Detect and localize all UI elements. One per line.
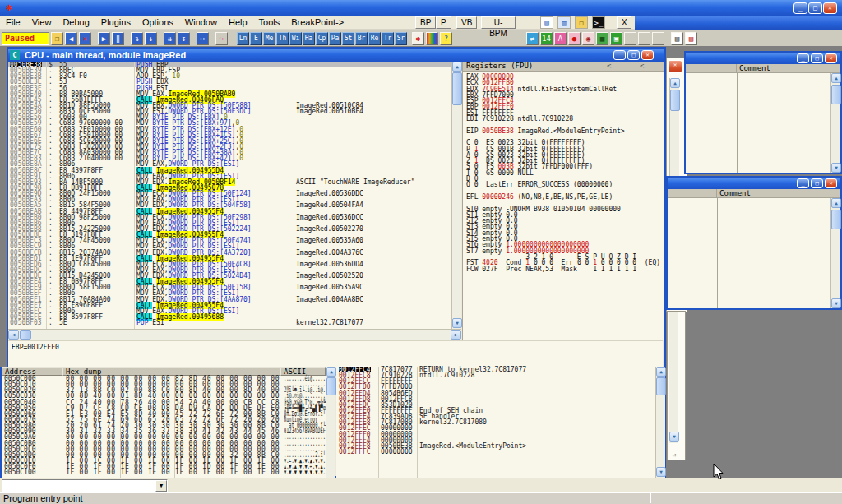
goto-address-icon[interactable]: ↪ bbox=[215, 32, 228, 45]
scroll-up-icon[interactable]: ▲ bbox=[656, 367, 666, 377]
scroll-up-icon[interactable]: ▲ bbox=[326, 367, 336, 377]
minimize-button[interactable]: _ bbox=[793, 2, 807, 14]
toolbar-button-th[interactable]: Th bbox=[276, 32, 289, 45]
log-page-icon[interactable]: ▤ bbox=[671, 32, 683, 45]
prev-view-icon[interactable]: < bbox=[607, 62, 611, 71]
menu-item-tools[interactable]: Tools bbox=[253, 17, 286, 27]
menu-close-button[interactable]: X bbox=[617, 16, 632, 29]
open-folder-icon[interactable]: ❐ bbox=[575, 16, 588, 29]
menu-item-view[interactable]: View bbox=[26, 17, 58, 27]
plugin-a-icon[interactable]: A bbox=[554, 32, 567, 45]
step-into-icon[interactable]: ↴ bbox=[131, 32, 143, 45]
stack-row[interactable]: 0012FFFC00000000 bbox=[336, 449, 655, 455]
pause-icon[interactable]: ‖ bbox=[112, 32, 124, 45]
close-program-icon[interactable]: ✕ bbox=[79, 32, 91, 45]
cpu-minimize-button[interactable]: _ bbox=[613, 50, 626, 60]
column-headers[interactable]: Comment bbox=[668, 189, 840, 198]
register-line[interactable]: O 0 LastErr ERROR_SUCCESS (00000000) bbox=[463, 182, 664, 187]
command-dropdown-icon[interactable]: ▼ bbox=[155, 480, 167, 492]
help-icon[interactable]: ? bbox=[440, 32, 452, 45]
window-icon[interactable]: ▣ bbox=[610, 32, 622, 45]
scroll-left-icon[interactable]: ◀ bbox=[8, 330, 19, 340]
scrollbar-thumb[interactable] bbox=[831, 210, 841, 229]
scroll-down-icon[interactable]: ▼ bbox=[669, 432, 679, 442]
scroll-down-icon[interactable]: ▼ bbox=[452, 318, 462, 328]
cpu-close-button[interactable]: ✕ bbox=[641, 50, 654, 60]
registers-pane[interactable]: Registers (FPU) < < EAX 00000000ECX 0012… bbox=[462, 62, 664, 340]
registers-header[interactable]: Registers (FPU) < < bbox=[463, 62, 664, 72]
blank-slot[interactable] bbox=[638, 32, 650, 45]
console-icon[interactable]: >_ bbox=[592, 16, 605, 29]
calculator-icon[interactable]: ▥ bbox=[557, 16, 571, 29]
menu-item-breakpoint[interactable]: BreakPoint-> bbox=[285, 17, 349, 27]
toolbar-button-pa[interactable]: Pa bbox=[329, 32, 341, 45]
register-line[interactable]: EIP 0050BE38 ImageRed.<ModuleEntryPoint> bbox=[463, 128, 664, 134]
column-header-blank[interactable] bbox=[668, 189, 717, 197]
step-over-icon[interactable]: ↓ bbox=[145, 32, 157, 45]
menu-button-u-bpm[interactable]: U-BPM bbox=[481, 16, 516, 29]
toolbar-button-cp[interactable]: Cp bbox=[316, 32, 328, 45]
menu-item-help[interactable]: Help bbox=[223, 17, 253, 27]
menu-item-options[interactable]: Options bbox=[136, 17, 179, 27]
comment-window-top-titlebar[interactable]: _ □ ✕ bbox=[686, 53, 840, 64]
disasm-row[interactable]: 0050BE3E.53PUSH EBX bbox=[8, 79, 451, 85]
toolbar-button-st[interactable]: St bbox=[342, 32, 354, 45]
minimize-button[interactable]: _ bbox=[797, 178, 809, 188]
run-icon[interactable]: ▶ bbox=[98, 32, 110, 45]
blank-slot[interactable] bbox=[652, 32, 664, 45]
animate-into-icon[interactable]: ⇊ bbox=[164, 32, 176, 45]
menu-button-bp[interactable]: BP bbox=[415, 16, 436, 29]
menu-item-debug[interactable]: Debug bbox=[57, 17, 95, 27]
close-button[interactable]: ✕ bbox=[823, 2, 837, 14]
menu-item-file[interactable]: File bbox=[0, 17, 26, 27]
comment-window-middle-scrollbar[interactable]: ▲ ▼ bbox=[830, 198, 840, 308]
scrollbar-thumb[interactable] bbox=[831, 85, 841, 104]
appearance-icon[interactable] bbox=[426, 32, 438, 45]
column-header-comment[interactable]: Comment bbox=[737, 64, 840, 72]
comment-window-middle-titlebar[interactable]: _ □ ✕ bbox=[668, 178, 840, 189]
scroll-up-icon[interactable]: ▲ bbox=[452, 62, 462, 72]
dump-vscrollbar[interactable]: ▲ bbox=[326, 367, 335, 478]
restart-icon[interactable]: ◀ bbox=[65, 32, 77, 45]
cpu-maximize-button[interactable]: □ bbox=[627, 50, 640, 60]
cpu-window-titlebar[interactable]: CPU - main thread, module ImageRed bbox=[8, 49, 664, 62]
maximize-button[interactable]: □ bbox=[811, 53, 823, 63]
menu-button-vb[interactable]: VB bbox=[456, 16, 477, 29]
resize-grip[interactable]: ⣠ bbox=[672, 450, 682, 458]
command-input[interactable] bbox=[2, 479, 168, 492]
toolbar-button-sr[interactable]: Sr bbox=[395, 32, 407, 45]
disassembly-pane[interactable]: 0050BE38$55PUSH EBP0050BE39.8BECMOV EBP,… bbox=[8, 62, 451, 329]
toolbar-button-ln[interactable]: Ln bbox=[237, 32, 249, 45]
register-line[interactable]: EDI 7C910228 ntdll.7C910228 bbox=[463, 116, 664, 122]
disassembly-hscrollbar[interactable]: ◀ ▶ bbox=[8, 329, 461, 340]
stack-pane[interactable]: 0012FFC47C817077RETURN to kernel32.7C817… bbox=[336, 367, 655, 478]
stack-vscrollbar[interactable]: ▲ ▼ bbox=[655, 367, 665, 478]
settings-gear-icon[interactable]: ✱ bbox=[412, 32, 424, 45]
toolbar-button-tr[interactable]: Tr bbox=[382, 32, 394, 45]
close-button[interactable]: ✕ bbox=[825, 53, 837, 63]
toolbar-button-wi[interactable]: Wi bbox=[289, 32, 302, 45]
scrollbar-thumb[interactable] bbox=[20, 330, 31, 340]
spiral-icon[interactable]: ◉ bbox=[582, 32, 594, 45]
register-line[interactable]: FCW 027F Prec NEAR,53 Mask 1 1 1 1 1 1 bbox=[463, 266, 664, 272]
disasm-row[interactable]: 0050BF03.5EPOP ESIkernel32.7C817077 bbox=[8, 320, 451, 326]
record-icon[interactable]: ● bbox=[568, 32, 581, 45]
execute-till-return-icon[interactable]: ↦ bbox=[197, 32, 209, 45]
swap-arrows-icon[interactable]: ⇄ bbox=[526, 32, 539, 45]
scroll-up-icon[interactable]: ▲ bbox=[670, 78, 680, 88]
scroll-up-icon[interactable]: ▲ bbox=[831, 73, 841, 83]
maximize-button[interactable]: □ bbox=[808, 2, 822, 14]
column-header-blank[interactable] bbox=[686, 64, 737, 72]
blank-slot[interactable] bbox=[624, 32, 636, 45]
menu-button-p[interactable]: P bbox=[436, 16, 451, 29]
scroll-up-icon[interactable]: ▲ bbox=[831, 198, 841, 208]
scroll-down-icon[interactable]: ▼ bbox=[831, 163, 841, 173]
animate-over-icon[interactable]: ↧ bbox=[178, 32, 190, 45]
toolbar-button-me[interactable]: Me bbox=[263, 32, 275, 45]
toolbar-button-e[interactable]: E bbox=[250, 32, 262, 45]
fragment-scrollbar[interactable]: ▼ bbox=[669, 312, 678, 443]
scrollbar-thumb[interactable] bbox=[670, 90, 680, 111]
close-button[interactable]: ✕ bbox=[825, 178, 837, 188]
fragment-close-button[interactable]: ✕ bbox=[668, 60, 682, 73]
open-file-icon[interactable]: ❐ bbox=[51, 32, 63, 45]
